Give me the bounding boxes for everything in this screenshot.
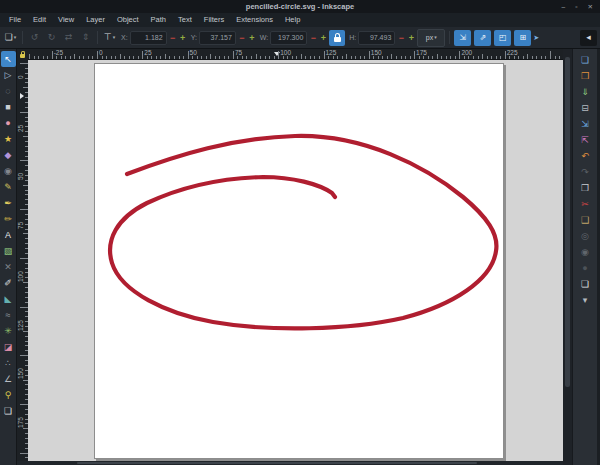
box3d-tool[interactable]: ◆ xyxy=(1,147,16,163)
menu-edit[interactable]: Edit xyxy=(27,13,52,27)
rectangle-tool[interactable]: ■ xyxy=(1,99,16,115)
copy-button[interactable]: ❐ xyxy=(577,180,594,196)
canvas[interactable] xyxy=(28,60,563,461)
menu-help[interactable]: Help xyxy=(279,13,306,27)
mesh-tool[interactable]: ✕ xyxy=(1,259,16,275)
move-patterns-toggle[interactable]: ⊞ xyxy=(514,30,531,46)
document-page[interactable] xyxy=(94,63,504,459)
flip-vertical-button[interactable]: ⇕ xyxy=(78,30,93,46)
scale-stroke-toggle[interactable]: ⇲ xyxy=(454,30,471,46)
pages-tool[interactable]: ❏ xyxy=(1,403,16,419)
menu-extensions[interactable]: Extensions xyxy=(230,13,279,27)
pen-tool[interactable]: ✒ xyxy=(1,195,16,211)
new-document-button[interactable]: ❏ xyxy=(577,52,594,68)
vertical-scrollbar-thumb[interactable] xyxy=(565,57,570,387)
minimize-button[interactable]: – xyxy=(562,0,566,13)
x-input[interactable]: 1.182 xyxy=(130,31,167,45)
x-increase-button[interactable]: + xyxy=(179,30,187,46)
more-commands-button[interactable]: ▾ xyxy=(577,292,594,308)
width-input[interactable]: 197.300 xyxy=(270,31,307,45)
toolbar-separator xyxy=(22,31,23,44)
y-input[interactable]: 37.157 xyxy=(199,31,236,45)
height-input[interactable]: 97.493 xyxy=(358,31,395,45)
pages-tool-icon: ❏ xyxy=(4,407,12,416)
fill-bucket-tool[interactable]: ◣ xyxy=(1,291,16,307)
selector-tool-icon: ↖ xyxy=(4,55,12,64)
connector-tool[interactable]: ∴ xyxy=(1,355,16,371)
horizontal-scrollbar-thumb[interactable] xyxy=(77,462,477,464)
menu-file[interactable]: File xyxy=(3,13,27,27)
connector-tool-icon: ∴ xyxy=(5,359,11,368)
toolbar-separator xyxy=(97,31,98,44)
scale-corners-toggle[interactable]: ⇗ xyxy=(474,30,491,46)
cut-button[interactable]: ✂ xyxy=(577,196,594,212)
redo-button[interactable]: ↷ xyxy=(577,164,594,180)
menu-layer[interactable]: Layer xyxy=(80,13,111,27)
zoom-page-button[interactable]: ◉ xyxy=(577,244,594,260)
tweak-tool[interactable]: ≈ xyxy=(1,307,16,323)
print-button[interactable]: ⊟ xyxy=(577,100,594,116)
menu-text[interactable]: Text xyxy=(172,13,198,27)
menu-filters[interactable]: Filters xyxy=(198,13,230,27)
rotate-ccw-button[interactable]: ↺ xyxy=(27,30,42,46)
collapse-snap-toolbar-button[interactable]: ◂ xyxy=(580,30,597,46)
menu-object[interactable]: Object xyxy=(111,13,145,27)
dropper-tool[interactable]: ✐ xyxy=(1,275,16,291)
undo-button[interactable]: ↶ xyxy=(577,148,594,164)
eraser-tool[interactable]: ◪ xyxy=(1,339,16,355)
box3d-tool-icon: ◆ xyxy=(5,151,12,160)
height-increase-button[interactable]: + xyxy=(407,30,415,46)
height-decrease-button[interactable]: − xyxy=(397,30,405,46)
units-selector[interactable]: px ▾ xyxy=(417,29,445,47)
spray-tool[interactable]: ✳ xyxy=(1,323,16,339)
paste-button[interactable]: ❑ xyxy=(577,212,594,228)
select-all-button[interactable]: ❏ ▾ xyxy=(3,30,18,46)
move-gradients-toggle[interactable]: ◰ xyxy=(494,30,511,46)
maximize-button[interactable]: ▫ xyxy=(575,0,577,13)
lock-icon xyxy=(334,37,341,42)
measure-tool[interactable]: ∠ xyxy=(1,371,16,387)
lock-ratio-toggle[interactable] xyxy=(329,30,345,46)
open-document-button[interactable]: ❒ xyxy=(577,68,594,84)
dropper-tool-icon: ✐ xyxy=(4,279,12,288)
spiral-tool[interactable]: ◉ xyxy=(1,163,16,179)
vertical-ruler[interactable]: 0255075100125150175200 xyxy=(17,60,28,461)
y-decrease-button[interactable]: − xyxy=(238,30,246,46)
ellipse-tool[interactable]: ● xyxy=(1,115,16,131)
gradient-tool[interactable]: ▧ xyxy=(1,243,16,259)
menu-path[interactable]: Path xyxy=(145,13,172,27)
shape-builder-tool[interactable]: ◌ xyxy=(1,83,16,99)
export-button[interactable]: ⇱ xyxy=(577,132,594,148)
save-document-button[interactable]: ⇓ xyxy=(577,84,594,100)
horizontal-ruler[interactable]: -250255075100125150175200225 xyxy=(28,49,563,60)
import-button[interactable]: ⇲ xyxy=(577,116,594,132)
width-label: W: xyxy=(260,34,268,41)
rotate-cw-button[interactable]: ↻ xyxy=(44,30,59,46)
snapping-icon[interactable]: ➤ xyxy=(533,34,539,42)
width-increase-button[interactable]: + xyxy=(319,30,327,46)
document-properties-button[interactable]: ❏ xyxy=(577,276,594,292)
star-tool[interactable]: ★ xyxy=(1,131,16,147)
text-tool[interactable]: A xyxy=(1,227,16,243)
zoom-tool[interactable]: ⚲ xyxy=(1,387,16,403)
pencilled-circle-path[interactable] xyxy=(110,136,496,328)
selector-tool[interactable]: ↖ xyxy=(1,51,16,67)
x-decrease-button[interactable]: − xyxy=(169,30,177,46)
y-increase-button[interactable]: + xyxy=(248,30,256,46)
document-icon: ❏ xyxy=(5,33,13,42)
close-button[interactable]: ✕ xyxy=(588,0,593,13)
ruler-corner[interactable] xyxy=(17,49,28,60)
node-tool[interactable]: ▷ xyxy=(1,67,16,83)
width-decrease-button[interactable]: − xyxy=(309,30,317,46)
import-icon: ⇲ xyxy=(581,120,589,129)
globe-button[interactable]: ● xyxy=(577,260,594,276)
raise-lower-dropdown[interactable]: ⊤ ▾ xyxy=(102,30,117,46)
zoom-drawing-button[interactable]: ◎ xyxy=(577,228,594,244)
main-area: ↖▷◌■●★◆◉✎✒✏A▧✕✐◣≈✳◪∴∠⚲❏ -250255075100125… xyxy=(0,49,600,465)
pencil-tool[interactable]: ✎ xyxy=(1,179,16,195)
horizontal-scrollbar[interactable] xyxy=(17,461,563,465)
flip-horizontal-button[interactable]: ⇄ xyxy=(61,30,76,46)
menu-view[interactable]: View xyxy=(52,13,80,27)
vertical-scrollbar[interactable] xyxy=(563,49,572,465)
calligraphy-tool[interactable]: ✏ xyxy=(1,211,16,227)
